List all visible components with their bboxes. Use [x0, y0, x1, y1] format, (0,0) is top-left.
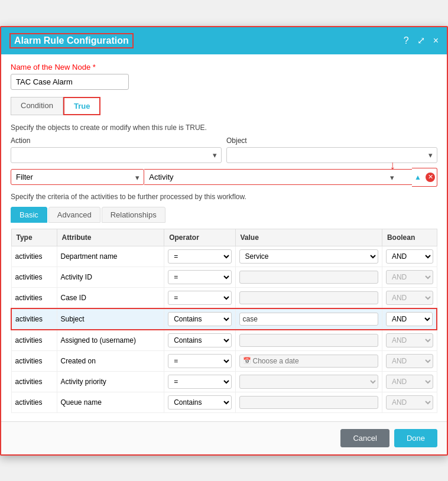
cell-value — [235, 308, 382, 330]
action-object-row: Action Object — [11, 136, 437, 163]
alarm-rule-dialog: Alarm Rule Configuration ? ⤢ × Name of t… — [0, 26, 448, 456]
col-attribute: Attribute — [57, 229, 164, 246]
value-select-empty[interactable] — [239, 375, 378, 389]
object-select[interactable] — [226, 147, 437, 163]
cell-boolean: AND — [382, 287, 437, 308]
dialog-body: Name of the New Node * Condition True Sp… — [1, 54, 447, 421]
cell-type: activities — [11, 371, 57, 392]
cell-type: activities — [11, 350, 57, 371]
table-row: activitiesCreated on=📅AND — [11, 350, 437, 371]
cell-value — [235, 287, 382, 308]
value-input[interactable] — [239, 313, 378, 326]
table-row: activitiesActivity priority=AND — [11, 371, 437, 392]
filter-select[interactable]: Filter — [11, 169, 144, 185]
dialog-footer: Cancel Done — [1, 421, 447, 454]
operator-select[interactable]: Contains — [168, 333, 231, 347]
cell-value: 📅 — [235, 350, 382, 371]
boolean-select[interactable]: AND — [386, 291, 433, 305]
date-input[interactable] — [239, 355, 378, 368]
col-boolean: Boolean — [382, 229, 437, 246]
expand-icon[interactable]: ⤢ — [417, 35, 425, 46]
cell-attribute: Activity ID — [57, 266, 164, 287]
cell-attribute: Assigned to (username) — [57, 330, 164, 351]
cell-boolean: AND — [382, 246, 437, 266]
close-icon[interactable]: × — [433, 35, 439, 46]
cell-type: activities — [11, 266, 57, 287]
cell-boolean: AND — [382, 308, 437, 330]
boolean-select[interactable]: AND — [386, 395, 433, 410]
cell-value — [235, 330, 382, 351]
cell-boolean: AND — [382, 371, 437, 392]
cell-boolean: AND — [382, 350, 437, 371]
activity-select[interactable]: Activity — [144, 169, 412, 185]
value-input[interactable] — [239, 271, 378, 284]
cell-operator: = — [164, 266, 235, 287]
operator-select[interactable]: = — [168, 270, 231, 284]
cell-type: activities — [11, 287, 57, 308]
cell-attribute: Case ID — [57, 287, 164, 308]
boolean-select[interactable]: AND — [386, 312, 433, 326]
boolean-select[interactable]: AND — [386, 333, 433, 347]
cell-type: activities — [11, 246, 57, 266]
boolean-select[interactable]: AND — [386, 270, 433, 284]
boolean-select[interactable]: AND — [386, 354, 433, 368]
value-input[interactable] — [239, 396, 378, 409]
criteria-description: Specify the criteria of the activities t… — [11, 193, 437, 201]
col-type: Type — [11, 229, 57, 246]
action-select-wrapper — [11, 147, 222, 163]
sub-tab-basic[interactable]: Basic — [11, 207, 47, 223]
filter-close-button[interactable]: ✕ — [426, 173, 435, 182]
dialog-header: Alarm Rule Configuration ? ⤢ × — [1, 27, 447, 54]
cell-attribute: Created on — [57, 350, 164, 371]
filter-up-button[interactable]: ▲ — [412, 168, 424, 186]
cell-boolean: AND — [382, 266, 437, 287]
cell-attribute: Queue name — [57, 392, 164, 412]
node-name-input[interactable] — [11, 74, 129, 90]
cancel-button[interactable]: Cancel — [340, 429, 389, 447]
calendar-icon: 📅 — [243, 357, 251, 365]
cell-attribute: Subject — [57, 308, 164, 330]
cell-operator: = — [164, 371, 235, 392]
col-value: Value — [235, 229, 382, 246]
boolean-select[interactable]: AND — [386, 375, 433, 389]
value-input[interactable] — [239, 334, 378, 347]
tab-true[interactable]: True — [63, 97, 100, 115]
condition-tabs: Condition True — [11, 97, 437, 115]
operator-select[interactable]: = — [168, 375, 231, 389]
dialog-title: Alarm Rule Configuration — [9, 33, 134, 48]
date-input-wrapper: 📅 — [239, 355, 378, 368]
sub-tab-advanced[interactable]: Advanced — [48, 207, 100, 223]
cell-value — [235, 371, 382, 392]
cell-operator: = — [164, 287, 235, 308]
done-button[interactable]: Done — [394, 429, 437, 447]
filter-action-buttons: ▲ ✕ — [412, 168, 437, 187]
cell-operator: Contains — [164, 330, 235, 351]
cell-operator: = — [164, 350, 235, 371]
sub-tabs: Basic Advanced Relationships — [11, 207, 437, 223]
value-input[interactable] — [239, 291, 378, 304]
table-row: activitiesAssigned to (username)Contains… — [11, 330, 437, 351]
cell-attribute: Department name — [57, 246, 164, 266]
sub-tab-relationships[interactable]: Relationships — [102, 207, 165, 223]
node-name-label: Name of the New Node * — [11, 63, 437, 72]
cell-boolean: AND — [382, 392, 437, 412]
cell-boolean: AND — [382, 330, 437, 351]
cell-value — [235, 392, 382, 412]
object-col: Object — [226, 136, 437, 163]
object-label: Object — [226, 136, 437, 145]
operator-select[interactable]: Contains — [168, 312, 231, 326]
cell-type: activities — [11, 330, 57, 351]
tab-condition[interactable]: Condition — [11, 97, 63, 115]
boolean-select[interactable]: AND — [386, 249, 433, 264]
value-select[interactable]: Service — [239, 249, 378, 264]
operator-select[interactable]: = — [168, 249, 231, 264]
cell-value — [235, 266, 382, 287]
operator-select[interactable]: = — [168, 291, 231, 305]
object-select-wrapper — [226, 147, 437, 163]
operator-select[interactable]: Contains — [168, 395, 231, 410]
operator-select[interactable]: = — [168, 354, 231, 368]
action-col: Action — [11, 136, 222, 163]
section-description: Specify the objects to create or modify … — [11, 124, 437, 132]
action-select[interactable] — [11, 147, 222, 163]
help-icon[interactable]: ? — [404, 35, 409, 46]
